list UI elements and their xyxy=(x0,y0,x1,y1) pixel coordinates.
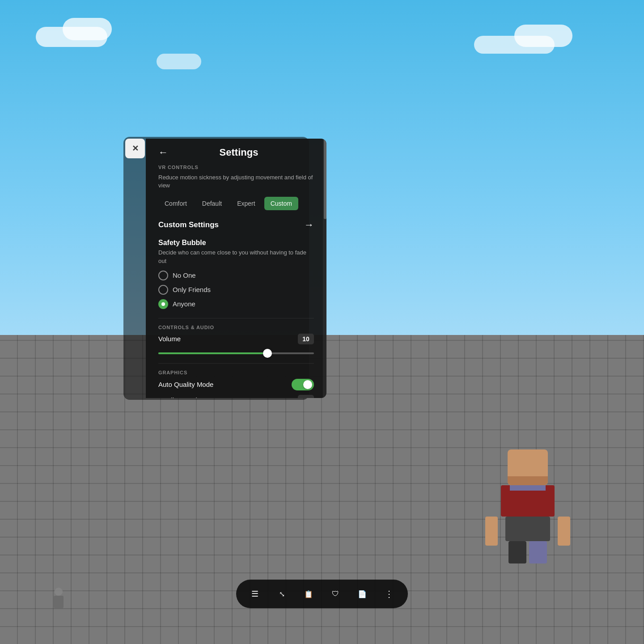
volume-slider[interactable] xyxy=(158,349,314,358)
toggle-thumb xyxy=(303,380,312,389)
back-button[interactable]: ← xyxy=(158,147,168,158)
shield-icon: 🛡 xyxy=(332,590,339,598)
character-body xyxy=(501,485,555,564)
scrollbar-track[interactable] xyxy=(323,139,326,398)
close-button[interactable]: ✕ xyxy=(125,139,145,158)
panel-header: ← Settings xyxy=(146,139,326,165)
graphics-section-label: GRAPHICS xyxy=(158,370,314,375)
small-figure xyxy=(54,588,64,608)
volume-value: 10 xyxy=(298,334,314,344)
radio-circle-no-one xyxy=(158,271,168,280)
clipboard-icon: 📋 xyxy=(304,590,313,598)
tab-expert[interactable]: Expert xyxy=(231,197,261,210)
character xyxy=(501,449,555,564)
custom-settings-label: Custom Settings xyxy=(158,220,219,229)
quality-level-row: Quality Level 5 xyxy=(158,395,314,398)
volume-label: Volume xyxy=(158,335,181,343)
volume-fill xyxy=(158,352,267,354)
cloud-2 xyxy=(63,18,112,40)
safety-bubble-title: Safety Bubble xyxy=(158,239,314,247)
back-icon: ← xyxy=(158,147,168,158)
quality-level-label: Quality Level xyxy=(158,396,197,398)
radio-circle-anyone xyxy=(158,299,168,309)
cloud-5 xyxy=(157,54,201,69)
minimize-icon: ⤡ xyxy=(279,590,285,598)
vr-controls-description: Reduce motion sickness by adjusting move… xyxy=(158,174,314,190)
toolbar-clipboard-button[interactable]: 📋 xyxy=(299,584,318,604)
vr-controls-section-label: VR CONTROLS xyxy=(158,165,314,170)
auto-quality-toggle[interactable] xyxy=(292,379,314,390)
tab-default[interactable]: Default xyxy=(196,197,228,210)
section-divider-1 xyxy=(158,318,314,318)
radio-anyone[interactable]: Anyone xyxy=(158,299,314,309)
menu-icon: ☰ xyxy=(251,589,258,599)
radio-label-no-one: No One xyxy=(173,271,196,279)
tab-custom[interactable]: Custom xyxy=(264,197,298,210)
radio-no-one[interactable]: No One xyxy=(158,271,314,280)
tab-comfort[interactable]: Comfort xyxy=(158,197,193,210)
bottom-toolbar: ☰ ⤡ 📋 🛡 📄 ⋮ xyxy=(236,580,408,608)
character-arms xyxy=(485,517,570,546)
auto-quality-row: Auto Quality Mode xyxy=(158,379,314,390)
settings-panel: ← Settings VR CONTROLS Reduce motion sic… xyxy=(146,139,326,398)
vr-tabs: Comfort Default Expert Custom xyxy=(158,197,314,210)
panel-title: Settings xyxy=(174,147,304,158)
safety-bubble-options: No One Only Friends Anyone xyxy=(158,271,314,309)
custom-settings-row: Custom Settings → xyxy=(158,219,314,231)
controls-audio-section-label: CONTROLS & AUDIO xyxy=(158,325,314,330)
toolbar-list-button[interactable]: 📄 xyxy=(352,584,372,604)
toolbar-minimize-button[interactable]: ⤡ xyxy=(272,584,292,604)
toolbar-more-button[interactable]: ⋮ xyxy=(379,584,399,604)
custom-settings-arrow[interactable]: → xyxy=(304,219,314,231)
radio-label-anyone: Anyone xyxy=(173,300,195,308)
volume-row: Volume 10 xyxy=(158,334,314,344)
character-head xyxy=(508,449,548,485)
toolbar-shield-button[interactable]: 🛡 xyxy=(326,584,345,604)
section-divider-2 xyxy=(158,363,314,364)
quality-level-value: 5 xyxy=(298,395,314,398)
list-icon: 📄 xyxy=(358,590,367,598)
radio-circle-only-friends xyxy=(158,285,168,295)
close-icon: ✕ xyxy=(132,144,139,153)
safety-bubble-description: Decide who can come close to you without… xyxy=(158,249,314,265)
panel-content: VR CONTROLS Reduce motion sickness by ad… xyxy=(146,165,326,398)
auto-quality-label: Auto Quality Mode xyxy=(158,381,213,388)
volume-track xyxy=(158,352,314,354)
more-icon: ⋮ xyxy=(385,589,394,599)
cloud-4 xyxy=(514,25,572,47)
radio-label-only-friends: Only Friends xyxy=(173,286,211,293)
toolbar-menu-button[interactable]: ☰ xyxy=(245,584,265,604)
volume-thumb[interactable] xyxy=(263,349,272,358)
radio-only-friends[interactable]: Only Friends xyxy=(158,285,314,295)
